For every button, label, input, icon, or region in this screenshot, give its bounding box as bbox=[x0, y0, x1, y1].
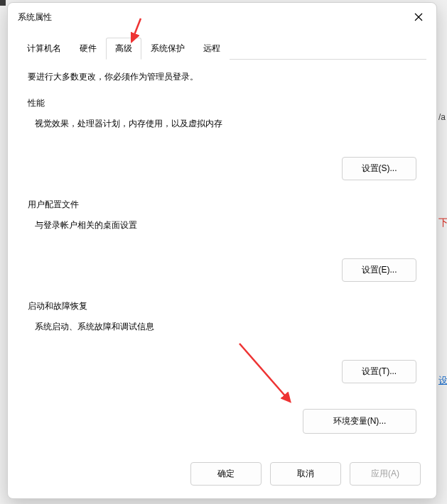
tab-computer-name[interactable]: 计算机名 bbox=[18, 38, 70, 60]
cancel-button[interactable]: 取消 bbox=[270, 462, 341, 486]
background-text: 下 bbox=[438, 217, 447, 229]
startup-recovery-settings-button[interactable]: 设置(T)... bbox=[342, 360, 416, 383]
close-icon bbox=[414, 13, 423, 21]
tab-hardware[interactable]: 硬件 bbox=[70, 38, 106, 60]
group-performance-title: 性能 bbox=[28, 97, 416, 109]
group-performance: 性能 视觉效果，处理器计划，内存使用，以及虚拟内存 设置(S)... bbox=[28, 97, 416, 186]
environment-variables-button[interactable]: 环境变量(N)... bbox=[303, 409, 416, 434]
group-startup-recovery-desc: 系统启动、系统故障和调试信息 bbox=[28, 321, 416, 333]
system-properties-dialog: 系统属性 计算机名 硬件 高级 系统保护 远程 要进行大多数更改，你必须作为管理… bbox=[7, 2, 437, 499]
background-fragment bbox=[0, 0, 6, 6]
group-user-profiles-desc: 与登录帐户相关的桌面设置 bbox=[28, 219, 416, 231]
apply-button[interactable]: 应用(A) bbox=[350, 462, 421, 486]
group-user-profiles-title: 用户配置文件 bbox=[28, 199, 416, 211]
tab-advanced[interactable]: 高级 bbox=[106, 38, 141, 60]
group-startup-recovery-title: 启动和故障恢复 bbox=[28, 300, 416, 312]
background-link: 设 bbox=[438, 374, 447, 387]
close-button[interactable] bbox=[408, 9, 429, 26]
group-startup-recovery: 启动和故障恢复 系统启动、系统故障和调试信息 设置(T)... bbox=[28, 300, 416, 389]
performance-settings-button[interactable]: 设置(S)... bbox=[342, 157, 416, 180]
tab-content: 要进行大多数更改，你必须作为管理员登录。 性能 视觉效果，处理器计划，内存使用，… bbox=[8, 60, 436, 452]
dialog-footer: 确定 取消 应用(A) bbox=[8, 452, 436, 498]
group-performance-desc: 视觉效果，处理器计划，内存使用，以及虚拟内存 bbox=[28, 118, 416, 130]
tab-system-protection[interactable]: 系统保护 bbox=[141, 38, 194, 60]
window-title: 系统属性 bbox=[18, 11, 52, 23]
ok-button[interactable]: 确定 bbox=[190, 462, 262, 486]
titlebar: 系统属性 bbox=[8, 3, 436, 31]
user-profiles-settings-button[interactable]: 设置(E)... bbox=[342, 258, 416, 282]
tab-remote[interactable]: 远程 bbox=[194, 38, 230, 60]
group-user-profiles: 用户配置文件 与登录帐户相关的桌面设置 设置(E)... bbox=[28, 199, 416, 287]
tabbar: 计算机名 硬件 高级 系统保护 远程 bbox=[18, 37, 426, 60]
background-text: /a bbox=[438, 112, 447, 125]
admin-note: 要进行大多数更改，你必须作为管理员登录。 bbox=[28, 71, 416, 83]
